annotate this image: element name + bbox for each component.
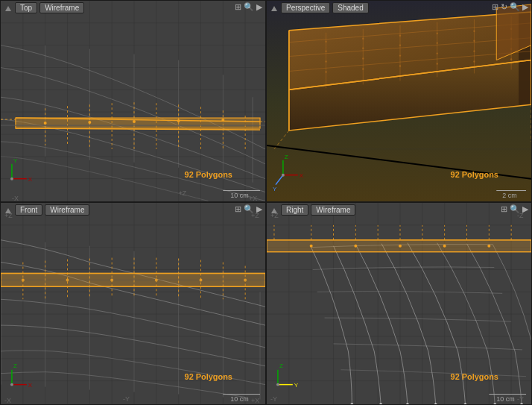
svg-point-108 [282,174,285,177]
svg-point-223 [487,245,490,248]
svg-text:10 cm: 10 cm [230,192,248,199]
svg-text:X: X [28,382,33,389]
viewport-front[interactable]: Front Wireframe ⊞ 🔍 ▶ [0,202,266,405]
svg-text:+X: +X [251,397,259,404]
svg-point-222 [443,245,446,248]
corner-icon-perspective [270,4,279,13]
svg-marker-115 [5,208,11,213]
svg-point-42 [44,122,47,125]
svg-marker-177 [271,208,277,213]
svg-text:Z: Z [13,362,17,369]
viewport-front-canvas: -X +X +Z +Z -Y 92 Polygons 10 cm Z X [1,203,265,404]
svg-text:92 Polygons: 92 Polygons [185,170,232,179]
svg-point-45 [177,119,180,122]
viewport-perspective-more-icon[interactable]: ▶ [522,2,528,12]
viewport-front-more-icon[interactable]: ▶ [256,204,262,214]
viewport-perspective-mode-btn[interactable]: Shaded [332,2,368,13]
svg-marker-59 [271,6,277,11]
viewport-top-icons: ⊞ 🔍 ▶ [235,2,262,12]
svg-text:-X: -X [4,397,11,404]
svg-text:+Z: +Z [179,189,187,197]
viewport-right-grid-icon[interactable]: ⊞ [501,204,507,214]
viewport-front-grid-icon[interactable]: ⊞ [235,204,241,214]
svg-text:X: X [28,176,33,183]
svg-point-219 [310,245,313,248]
svg-point-174 [10,383,13,386]
viewport-perspective-name-btn[interactable]: Perspective [281,2,330,13]
svg-point-220 [354,245,357,248]
svg-marker-0 [5,6,11,11]
svg-text:Y: Y [294,382,299,389]
viewport-perspective[interactable]: Perspective Shaded ⊞ ↻ 🔍 ▶ [266,0,532,202]
viewport-perspective-refresh-icon[interactable]: ↻ [501,2,507,12]
viewport-top[interactable]: Top Wireframe ⊞ 🔍 ▶ [0,0,266,202]
svg-text:Y: Y [273,186,277,192]
viewport-perspective-header: Perspective Shaded [270,2,369,13]
svg-text:92 Polygons: 92 Polygons [451,170,498,179]
svg-text:10 cm: 10 cm [230,395,248,403]
viewport-front-mode-btn[interactable]: Wireframe [45,204,89,216]
corner-icon-front [4,206,13,215]
viewport-front-zoom-icon[interactable]: 🔍 [244,204,254,214]
svg-text:Z: Z [279,362,283,369]
viewport-top-mode-btn[interactable]: Wireframe [39,2,84,13]
viewport-perspective-canvas: Z X Y 92 Polygons 2 cm [267,1,531,201]
svg-text:92 Polygons: 92 Polygons [451,372,498,381]
svg-point-46 [221,119,224,122]
viewport-right-name-btn[interactable]: Right [281,204,308,216]
svg-text:X: X [300,172,304,179]
svg-point-221 [399,245,402,248]
viewport-front-header: Front Wireframe [4,204,89,216]
viewport-right-header: Right Wireframe [270,204,355,216]
svg-point-56 [10,178,13,180]
corner-icon-right [270,206,279,215]
viewport-perspective-icons: ⊞ ↻ 🔍 ▶ [492,2,528,12]
viewport-perspective-zoom-icon[interactable]: 🔍 [510,2,520,12]
svg-point-43 [88,121,91,124]
svg-text:-Y: -Y [123,395,130,403]
svg-text:Z: Z [285,154,288,160]
viewport-top-name-btn[interactable]: Top [15,2,37,13]
viewport-right-icons: ⊞ 🔍 ▶ [501,204,528,214]
svg-text:Y: Y [13,157,18,164]
viewport-right-canvas: -Y -Y +Z -Z 92 Polygons 10 cm Z Y [267,203,531,404]
svg-text:-X: -X [12,195,19,201]
viewport-right[interactable]: Right Wireframe ⊞ 🔍 ▶ [266,202,532,405]
viewport-top-more-icon[interactable]: ▶ [256,2,262,12]
viewport-perspective-grid-icon[interactable]: ⊞ [492,2,498,12]
viewport-right-zoom-icon[interactable]: 🔍 [510,204,520,214]
svg-text:+X: +X [249,195,257,201]
svg-text:10 cm: 10 cm [496,395,514,403]
viewport-right-more-icon[interactable]: ▶ [522,204,528,214]
svg-point-233 [276,383,279,386]
svg-text:2 cm: 2 cm [502,192,516,199]
viewport-top-zoom-icon[interactable]: 🔍 [244,2,254,12]
viewport-top-header: Top Wireframe [4,2,84,13]
viewport-top-canvas: -X +X +Z 92 Polygons 10 cm Y X [1,1,265,201]
svg-text:-Y: -Y [517,395,524,403]
viewport-front-name-btn[interactable]: Front [15,204,42,216]
corner-icon [4,4,13,13]
svg-text:92 Polygons: 92 Polygons [185,372,232,381]
viewport-right-mode-btn[interactable]: Wireframe [311,204,355,216]
svg-point-44 [133,120,136,123]
viewport-front-icons: ⊞ 🔍 ▶ [235,204,262,214]
svg-text:-Y: -Y [270,395,277,403]
viewport-top-grid-icon[interactable]: ⊞ [235,2,241,12]
viewport-grid: Top Wireframe ⊞ 🔍 ▶ [0,0,532,405]
